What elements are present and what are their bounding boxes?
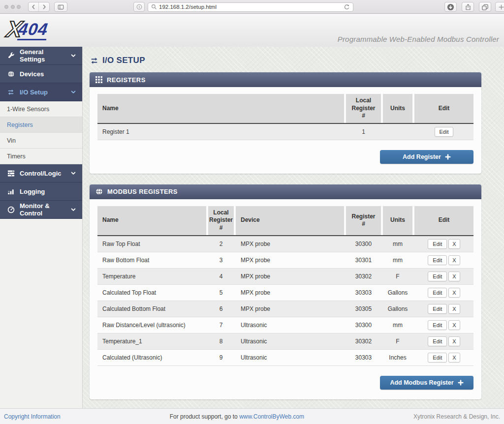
modbus-device: Ultrasonic [236,336,344,347]
sidebar-item-label: Timers [7,153,76,160]
modbus-local-number: 4 [208,271,234,282]
sidebar-item-1-wire-sensors[interactable]: 1-Wire Sensors [0,101,82,117]
product-tagline: Programmable Web-Enabled Modbus Controll… [338,35,499,43]
zoom-window-button[interactable] [17,5,21,9]
modbus-units: F [383,271,412,282]
table-row: Temperature_1 8 Ultrasonic 30302 F EditX [97,333,473,350]
register-name: Register 1 [97,126,344,137]
sidebar-item-io-setup[interactable]: I/O Setup [0,83,82,101]
share-button[interactable] [462,2,474,12]
modbus-panel-header: MODBUS REGISTERS [90,184,481,199]
delete-button[interactable]: X [448,272,460,281]
table-row: Raw Bottom Float 3 MPX probe 30301 mm Ed… [97,252,473,269]
delete-button[interactable]: X [448,239,460,249]
edit-button[interactable]: Edit [428,304,447,314]
sidebar-item-monitor-control[interactable]: Monitor & Control [0,201,82,219]
modbus-register-number: 30302 [346,271,381,282]
gauge-icon [7,206,15,213]
controlbyweb-link[interactable]: www.ControlByWeb.com [239,413,304,420]
delete-button[interactable]: X [448,320,460,330]
search-icon [151,4,157,10]
nav-buttons [28,2,50,12]
modbus-panel-title: MODBUS REGISTERS [107,188,178,195]
sidebar-item-label: Registers [7,121,76,128]
edit-button[interactable]: Edit [428,239,447,249]
sidebar-item-vin[interactable]: Vin [0,133,82,149]
modbus-register-number: 30301 [346,255,381,266]
modbus-device: MPX probe [236,303,344,314]
sidebar-item-logging[interactable]: Logging [0,182,82,201]
add-modbus-register-button[interactable]: Add Modbus Register [380,376,473,390]
add-modbus-register-label: Add Modbus Register [390,379,453,386]
modbus-local-number: 3 [208,255,234,266]
column-header-name: Name [97,206,206,235]
column-header-local-register: Local Register # [208,206,234,235]
sidebar-item-registers[interactable]: Registers [0,117,82,133]
url-input[interactable] [159,4,342,10]
modbus-device: Ultrasonic [236,320,344,331]
registers-panel-header: REGISTERS [90,72,481,87]
sidebar-item-control-logic[interactable]: Control/Logic [0,164,82,182]
modbus-units: Inches [383,352,412,363]
table-row: Raw Distance/Level (ultrasonic) 7 Ultras… [97,317,473,333]
delete-button[interactable]: X [448,255,460,265]
edit-button[interactable]: Edit [428,320,447,330]
back-button[interactable] [29,2,39,11]
address-bar[interactable] [148,2,353,12]
delete-button[interactable]: X [448,336,460,346]
sidebar-item-timers[interactable]: Timers [0,149,82,164]
edit-button[interactable]: Edit [428,288,447,298]
downloads-button[interactable] [444,2,457,12]
sidebar-item-label: I/O Setup [20,89,65,96]
chevron-down-icon [70,89,76,95]
reload-icon[interactable] [344,4,350,10]
sidebar-item-devices[interactable]: Devices [0,65,82,83]
close-window-button[interactable] [4,5,8,9]
edit-button[interactable]: Edit [428,353,447,363]
table-row: Raw Top Float 2 MPX probe 30300 mm EditX [97,236,473,252]
modbus-device: MPX probe [236,255,344,266]
edit-button[interactable]: Edit [428,255,447,265]
tabs-icon [481,3,489,11]
delete-button[interactable]: X [448,353,460,363]
column-header-units: Units [383,94,412,123]
forward-button[interactable] [39,2,49,11]
minimize-window-button[interactable] [11,5,15,9]
table-row: Register 1 1 Edit [97,124,473,140]
modbus-name: Calculated Bottom Float [97,303,206,314]
modbus-register-number: 30302 [346,336,381,347]
modbus-table-header: Name Local Register # Device Register # … [97,206,473,236]
support-text-label: For product support, go to [170,413,238,420]
registers-panel: REGISTERS Name Local Register # Units Ed… [90,72,481,174]
sidebar-item-label: Control/Logic [20,170,65,177]
page-footer: Copyright Information For product suppor… [0,408,504,424]
modbus-name: Raw Top Float [97,239,206,249]
sidebar-toggle-button[interactable] [54,2,67,12]
edit-button[interactable]: Edit [428,272,447,281]
delete-button[interactable]: X [448,288,460,298]
window-controls[interactable] [4,5,21,9]
new-tab-button[interactable] [495,2,504,12]
globe-icon [7,70,15,78]
register-local-number: 1 [346,126,381,137]
tab-overview-button[interactable] [479,2,491,12]
table-row: Calculated (Ultrasonic) 9 Ultrasonic 303… [97,350,473,366]
chevron-left-icon [31,3,36,10]
delete-button[interactable]: X [448,304,460,314]
sidebar-item-general-settings[interactable]: General Settings [0,47,82,65]
site-info-button[interactable] [133,2,145,12]
modbus-register-number: 30300 [346,239,381,249]
circle-badge-icon [136,3,143,10]
x404-logo: X 404 [5,18,50,40]
sidebar-icon [57,4,64,10]
copyright-link[interactable]: Copyright Information [4,413,61,420]
edit-button[interactable]: Edit [435,127,454,137]
sidebar-item-label: Vin [7,137,76,144]
plus-icon [458,380,464,386]
exchange-arrows-icon [7,88,15,96]
edit-button[interactable]: Edit [428,336,447,346]
support-text: For product support, go to www.ControlBy… [61,413,413,420]
modbus-units: F [383,336,412,347]
add-register-button[interactable]: Add Register [380,150,473,164]
modbus-local-number: 2 [208,239,234,249]
